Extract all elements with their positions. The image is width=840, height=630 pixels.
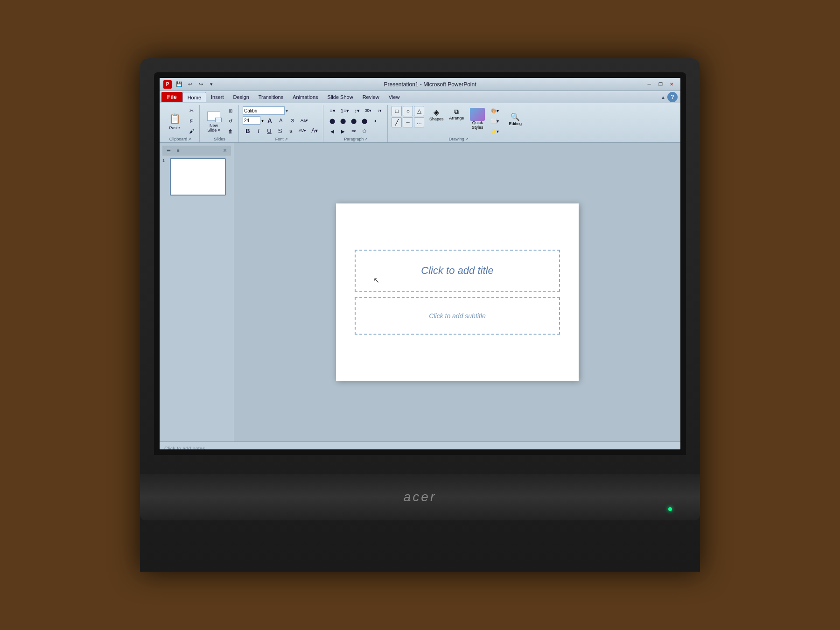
font-format-row: B I U S s AV▾ A▾ [243, 126, 320, 135]
tab-slideshow[interactable]: Slide Show [323, 92, 358, 102]
tab-transitions[interactable]: Transitions [254, 92, 288, 102]
slide-canvas[interactable]: ↖ Click to add title Click to add subtit… [336, 203, 579, 381]
copy-button[interactable]: ⎘ [186, 116, 196, 126]
notes-bar[interactable]: Click to add notes [160, 441, 680, 449]
slide-thumbnail-1[interactable] [170, 158, 226, 196]
drawing-expand-icon[interactable]: ↗ [465, 137, 469, 141]
shape-arrow[interactable]: → [403, 117, 413, 127]
reset-button[interactable]: ↺ [225, 116, 236, 126]
new-slide-button[interactable]: NewSlide ▾ [203, 107, 224, 135]
strikethrough-btn[interactable]: S [275, 126, 285, 135]
arrange-btn[interactable]: ⧉ Arrange [447, 106, 466, 122]
font-content: ▾ ▾ A A ⊘ Aa▾ [243, 106, 320, 136]
smartart-btn[interactable]: ♦ [370, 116, 380, 126]
close-btn[interactable]: ✕ [666, 80, 677, 89]
panel-outline-btn[interactable]: ≡ [174, 147, 182, 154]
clipboard-group: 📋 Paste ✂ ⎘ 🖌 [161, 105, 200, 142]
quick-access-toolbar: 💾 ↩ ↪ ▾ [175, 80, 216, 89]
editing-group: 🔍 Editing [505, 106, 525, 136]
shape-effects-btn[interactable]: ✨▾ [489, 126, 501, 136]
tab-view[interactable]: View [384, 92, 405, 102]
clipboard-expand-icon[interactable]: ↗ [188, 137, 191, 141]
shape-triangle[interactable]: △ [414, 106, 424, 116]
notes-placeholder-text: Click to add notes [164, 446, 205, 450]
title-placeholder[interactable]: Click to add title [355, 250, 560, 292]
align-text-btn[interactable]: ≡▾ [349, 126, 359, 136]
font-name-input[interactable] [243, 106, 285, 115]
bullets-btn[interactable]: ≡▾ [327, 106, 337, 115]
minimize-btn[interactable]: ─ [644, 80, 654, 89]
arrange-icon: ⧉ [454, 108, 459, 116]
slide-thumb-1: 1 [162, 158, 231, 196]
font-color-btn[interactable]: A▾ [309, 126, 320, 135]
underline-btn[interactable]: U [264, 126, 274, 135]
quick-styles-btn[interactable]: Quick Styles [467, 106, 488, 132]
delete-slide-button[interactable]: 🗑 [225, 126, 236, 136]
bold-btn[interactable]: B [243, 126, 253, 135]
restore-btn[interactable]: ❐ [655, 80, 665, 89]
shapes-row: □ ○ △ ╱ → … ◈ [392, 106, 525, 136]
decrease-font-btn[interactable]: A [276, 116, 286, 125]
slides-group: NewSlide ▾ ⊞ ↺ 🗑 Slides [201, 105, 239, 142]
char-spacing-btn[interactable]: AV▾ [296, 126, 308, 135]
indent-less-btn[interactable]: ◀ [327, 126, 337, 136]
para-row-3: ◀ ▶ ≡▾ ⬡ [327, 126, 385, 136]
font-expand-icon[interactable]: ↗ [285, 137, 288, 141]
tab-animations[interactable]: Animations [288, 92, 322, 102]
drawing-text: Drawing [449, 137, 464, 141]
tab-home[interactable]: Home [182, 92, 206, 102]
clear-format-btn[interactable]: ⊘ [287, 116, 297, 125]
redo-btn[interactable]: ↪ [196, 80, 205, 89]
drawing-large-btns: ◈ Shapes [427, 106, 446, 136]
title-placeholder-text: Click to add title [421, 265, 493, 277]
qa-dropdown-btn[interactable]: ▾ [207, 80, 216, 89]
tab-review[interactable]: Review [358, 92, 384, 102]
change-case-btn[interactable]: Aa▾ [298, 116, 310, 125]
new-slide-label: NewSlide ▾ [207, 124, 220, 133]
font-size-row: ▾ A A ⊘ Aa▾ [243, 116, 320, 125]
powerpoint-icon: P [163, 80, 172, 89]
italic-btn[interactable]: I [253, 126, 264, 135]
format-painter-button[interactable]: 🖌 [186, 126, 196, 136]
shape-line[interactable]: ╱ [392, 117, 402, 127]
tab-design[interactable]: Design [229, 92, 254, 102]
slides-list: 1 [162, 155, 231, 198]
indent-more-btn[interactable]: ▶ [338, 126, 348, 136]
numbering-btn[interactable]: 1≡▾ [338, 106, 352, 115]
align-left-btn[interactable]: ⬤ [327, 116, 337, 126]
shape-oval[interactable]: ○ [403, 106, 413, 116]
font-name-row: ▾ [243, 106, 320, 115]
align-center-btn[interactable]: ⬤ [338, 116, 348, 126]
undo-btn[interactable]: ↩ [185, 80, 195, 89]
paste-button[interactable]: 📋 Paste [164, 108, 185, 134]
font-dropdown-icon[interactable]: ▾ [286, 108, 288, 113]
shape-fill-btn[interactable]: 🎨▾ [489, 106, 501, 115]
shadow-btn[interactable]: s [286, 126, 296, 135]
text-direction-btn[interactable]: ↕▾ [374, 106, 385, 115]
shape-rect[interactable]: □ [392, 106, 402, 116]
shapes-btn[interactable]: ◈ Shapes [427, 106, 446, 123]
convert-smartart-btn[interactable]: ⬡ [359, 126, 370, 136]
paragraph-expand-icon[interactable]: ↗ [364, 137, 368, 141]
layout-button[interactable]: ⊞ [225, 106, 236, 115]
columns-btn[interactable]: ⌘▾ [363, 106, 374, 115]
font-size-dropdown-icon[interactable]: ▾ [261, 118, 264, 123]
clipboard-label: Clipboard ↗ [164, 136, 196, 141]
save-quick-btn[interactable]: 💾 [175, 80, 184, 89]
cut-button[interactable]: ✂ [186, 106, 196, 115]
align-right-btn[interactable]: ⬤ [349, 116, 359, 126]
panel-slides-btn[interactable]: ☰ [164, 147, 173, 154]
font-size-input[interactable] [243, 116, 260, 125]
line-spacing-btn[interactable]: ↕▾ [352, 106, 362, 115]
increase-font-btn[interactable]: A [265, 116, 275, 125]
editing-btn[interactable]: 🔍 Editing [505, 106, 525, 132]
shape-more[interactable]: … [414, 117, 424, 127]
subtitle-placeholder[interactable]: Click to add subtitle [355, 297, 560, 335]
panel-close-btn[interactable]: ✕ [221, 147, 229, 154]
tab-insert[interactable]: Insert [206, 92, 229, 102]
ribbon-content: 📋 Paste ✂ ⎘ 🖌 [160, 103, 680, 142]
help-btn[interactable]: ? [667, 92, 678, 102]
shape-outline-btn[interactable]: ⬜▾ [489, 116, 501, 126]
justify-btn[interactable]: ⬤ [359, 116, 370, 126]
tab-file[interactable]: File [161, 92, 182, 102]
